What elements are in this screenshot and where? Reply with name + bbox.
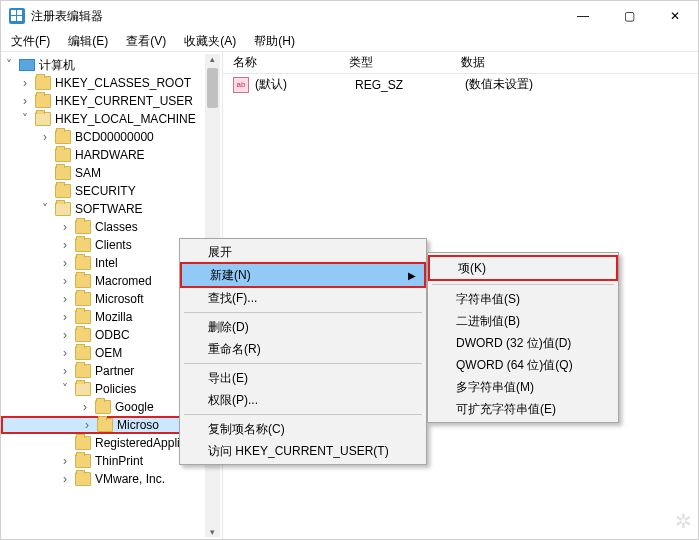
- expand-icon[interactable]: ›: [59, 256, 71, 270]
- ctx-new-key[interactable]: 项(K): [430, 257, 616, 279]
- context-menu[interactable]: 展开 新建(N)▶ 查找(F)... 删除(D) 重命名(R) 导出(E) 权限…: [179, 238, 427, 465]
- expand-icon[interactable]: ›: [59, 274, 71, 288]
- folder-icon: [35, 94, 51, 108]
- folder-icon: [75, 328, 91, 342]
- scroll-up-icon[interactable]: ▴: [205, 54, 220, 64]
- scroll-down-icon[interactable]: ▾: [205, 527, 220, 537]
- string-value-icon: ab: [233, 77, 249, 93]
- col-data[interactable]: 数据: [461, 54, 698, 71]
- expand-icon[interactable]: ›: [39, 130, 51, 144]
- folder-icon: [75, 220, 91, 234]
- ctx-new-expand[interactable]: 可扩充字符串值(E): [428, 398, 618, 420]
- expand-icon[interactable]: ›: [19, 94, 31, 108]
- collapse-icon[interactable]: ˅: [39, 202, 51, 216]
- submenu-arrow-icon: ▶: [408, 270, 416, 281]
- folder-icon: [75, 292, 91, 306]
- context-submenu-new[interactable]: 项(K) 字符串值(S) 二进制值(B) DWORD (32 位)值(D) QW…: [427, 252, 619, 423]
- menubar: 文件(F) 编辑(E) 查看(V) 收藏夹(A) 帮助(H): [1, 31, 698, 51]
- expand-icon[interactable]: ›: [59, 364, 71, 378]
- ctx-new-binary[interactable]: 二进制值(B): [428, 310, 618, 332]
- tree-hive-hkcr[interactable]: ›HKEY_CLASSES_ROOT: [1, 74, 222, 92]
- expand-icon[interactable]: ›: [59, 238, 71, 252]
- list-row-default[interactable]: ab (默认) REG_SZ (数值未设置): [223, 74, 698, 95]
- ctx-new-string[interactable]: 字符串值(S): [428, 288, 618, 310]
- ctx-permissions[interactable]: 权限(P)...: [180, 389, 426, 411]
- watermark: ✲: [675, 509, 692, 533]
- folder-icon: [75, 382, 91, 396]
- collapse-icon[interactable]: ˅: [3, 58, 15, 72]
- ctx-jump-hkcu[interactable]: 访问 HKEY_CURRENT_USER(T): [180, 440, 426, 462]
- col-type[interactable]: 类型: [349, 54, 461, 71]
- ctx-new-multi[interactable]: 多字符串值(M): [428, 376, 618, 398]
- tree-item[interactable]: SECURITY: [1, 182, 222, 200]
- menu-favorites[interactable]: 收藏夹(A): [178, 31, 242, 52]
- computer-icon: [19, 59, 35, 71]
- folder-icon: [55, 148, 71, 162]
- tree-item[interactable]: ›BCD00000000: [1, 128, 222, 146]
- ctx-export[interactable]: 导出(E): [180, 367, 426, 389]
- expand-icon[interactable]: ›: [59, 472, 71, 486]
- folder-icon: [75, 274, 91, 288]
- menu-view[interactable]: 查看(V): [120, 31, 172, 52]
- ctx-copy-key-name[interactable]: 复制项名称(C): [180, 418, 426, 440]
- tree-item[interactable]: HARDWARE: [1, 146, 222, 164]
- menu-help[interactable]: 帮助(H): [248, 31, 301, 52]
- app-icon: [9, 8, 25, 24]
- folder-icon: [55, 130, 71, 144]
- window-controls: — ▢ ✕: [560, 1, 698, 31]
- scroll-thumb[interactable]: [207, 68, 218, 108]
- ctx-expand[interactable]: 展开: [180, 241, 426, 263]
- col-name[interactable]: 名称: [233, 54, 349, 71]
- tree-hive-hkcu[interactable]: ›HKEY_CURRENT_USER: [1, 92, 222, 110]
- collapse-icon[interactable]: ˅: [19, 112, 31, 126]
- expand-icon[interactable]: ›: [59, 328, 71, 342]
- folder-icon: [55, 166, 71, 180]
- folder-icon: [97, 418, 113, 432]
- value-list[interactable]: 名称 类型 数据 ab (默认) REG_SZ (数值未设置) 展开 新建(N)…: [223, 51, 698, 539]
- menu-file[interactable]: 文件(F): [5, 31, 56, 52]
- expand-icon[interactable]: ›: [59, 310, 71, 324]
- menu-edit[interactable]: 编辑(E): [62, 31, 114, 52]
- tree-item[interactable]: ›VMware, Inc.: [1, 470, 222, 488]
- folder-icon: [75, 256, 91, 270]
- folder-icon: [75, 454, 91, 468]
- expand-icon[interactable]: ›: [19, 76, 31, 90]
- tree-hive-hklm[interactable]: ˅HKEY_LOCAL_MACHINE: [1, 110, 222, 128]
- expand-icon[interactable]: ›: [59, 292, 71, 306]
- tree-item[interactable]: SAM: [1, 164, 222, 182]
- expand-icon[interactable]: ›: [81, 418, 93, 432]
- collapse-icon[interactable]: ˅: [59, 382, 71, 396]
- folder-icon: [75, 346, 91, 360]
- folder-icon: [95, 400, 111, 414]
- folder-icon: [55, 202, 71, 216]
- tree-item[interactable]: ›Classes: [1, 218, 222, 236]
- expand-icon[interactable]: ›: [59, 454, 71, 468]
- tree-item-software[interactable]: ˅SOFTWARE: [1, 200, 222, 218]
- ctx-delete[interactable]: 删除(D): [180, 316, 426, 338]
- close-button[interactable]: ✕: [652, 1, 698, 31]
- titlebar: 注册表编辑器 — ▢ ✕: [1, 1, 698, 31]
- ctx-find[interactable]: 查找(F)...: [180, 287, 426, 309]
- ctx-new-qword[interactable]: QWORD (64 位)值(Q): [428, 354, 618, 376]
- expand-icon[interactable]: ›: [59, 220, 71, 234]
- folder-icon: [75, 364, 91, 378]
- folder-icon: [75, 472, 91, 486]
- expand-icon[interactable]: ›: [59, 346, 71, 360]
- tree-root[interactable]: ˅计算机: [1, 56, 222, 74]
- expand-icon[interactable]: ›: [79, 400, 91, 414]
- folder-icon: [75, 238, 91, 252]
- list-header: 名称 类型 数据: [223, 52, 698, 74]
- folder-icon: [55, 184, 71, 198]
- folder-icon: [35, 76, 51, 90]
- maximize-button[interactable]: ▢: [606, 1, 652, 31]
- ctx-new-dword[interactable]: DWORD (32 位)值(D): [428, 332, 618, 354]
- minimize-button[interactable]: —: [560, 1, 606, 31]
- ctx-rename[interactable]: 重命名(R): [180, 338, 426, 360]
- ctx-new[interactable]: 新建(N)▶: [182, 264, 424, 286]
- folder-icon: [75, 436, 91, 450]
- folder-icon: [75, 310, 91, 324]
- window-title: 注册表编辑器: [31, 8, 560, 25]
- folder-icon: [35, 112, 51, 126]
